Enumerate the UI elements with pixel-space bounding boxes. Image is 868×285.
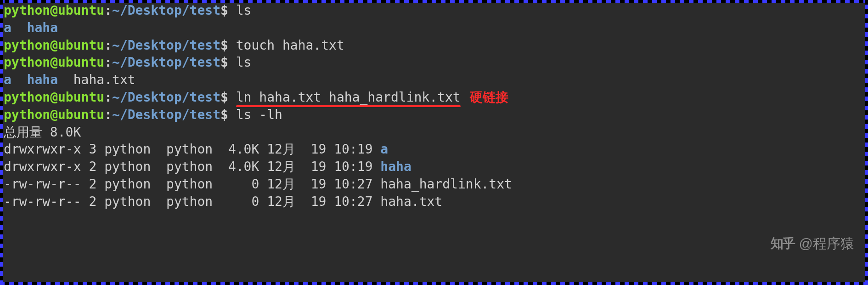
prompt-at: @ bbox=[50, 3, 58, 18]
links: 2 bbox=[89, 177, 96, 192]
size: 0 bbox=[228, 177, 259, 192]
owner: python bbox=[104, 142, 151, 157]
size: 4.0K bbox=[228, 142, 259, 157]
date: 12月 19 10:19 bbox=[267, 159, 372, 174]
entry-name: haha bbox=[380, 159, 411, 174]
dir-name: haha bbox=[27, 20, 58, 35]
annotation-underline bbox=[236, 105, 461, 107]
terminal-line: python@ubuntu:~/Desktop/test$ touch haha… bbox=[4, 37, 864, 54]
zhihu-logo-icon: 知乎 bbox=[771, 235, 795, 252]
dir-name: a bbox=[4, 72, 11, 87]
links: 3 bbox=[89, 142, 96, 157]
annotation-label: 硬链接 bbox=[470, 90, 508, 104]
annotated-command: ln haha.txt haha_hardlink.txt bbox=[236, 89, 461, 106]
group: python bbox=[166, 194, 213, 209]
terminal-line: a haha haha.txt bbox=[4, 71, 864, 89]
ls-row: -rw-rw-r-- 2 python python 0 12月 19 10:2… bbox=[4, 193, 864, 211]
command-text: ls bbox=[236, 55, 252, 70]
entry-name: a bbox=[380, 142, 388, 157]
owner: python bbox=[104, 177, 151, 192]
links: 2 bbox=[89, 194, 96, 209]
prompt-symbol: $ bbox=[220, 3, 228, 18]
entry-name: haha.txt bbox=[380, 194, 442, 209]
command-text: ls -lh bbox=[236, 107, 282, 122]
group: python bbox=[166, 159, 213, 174]
perm: drwxrwxr-x bbox=[4, 142, 81, 157]
terminal-line: python@ubuntu:~/Desktop/test$ ln haha.tx… bbox=[4, 89, 864, 106]
terminal-line: a haha bbox=[4, 19, 864, 37]
date: 12月 19 10:27 bbox=[267, 177, 372, 192]
terminal-line: python@ubuntu:~/Desktop/test$ ls -lh bbox=[4, 106, 864, 124]
size: 4.0K bbox=[228, 159, 259, 174]
file-name: haha.txt bbox=[73, 72, 135, 87]
prompt-host: ubuntu bbox=[58, 3, 104, 18]
ls-row: -rw-rw-r-- 2 python python 0 12月 19 10:2… bbox=[4, 176, 864, 193]
prompt-path: ~/Desktop/test bbox=[112, 3, 220, 18]
command-text: touch haha.txt bbox=[236, 38, 344, 53]
perm: -rw-rw-r-- bbox=[4, 177, 81, 192]
owner: python bbox=[104, 159, 151, 174]
date: 12月 19 10:27 bbox=[267, 194, 372, 209]
perm: -rw-rw-r-- bbox=[4, 194, 81, 209]
terminal-line: python@ubuntu:~/Desktop/test$ ls bbox=[4, 2, 864, 19]
owner: python bbox=[104, 194, 151, 209]
dir-name: a bbox=[4, 20, 11, 35]
group: python bbox=[166, 177, 213, 192]
ls-row: drwxrwxr-x 2 python python 4.0K 12月 19 1… bbox=[4, 158, 864, 176]
terminal-line: 总用量 8.0K bbox=[4, 124, 864, 141]
terminal-window[interactable]: python@ubuntu:~/Desktop/test$ ls a haha … bbox=[0, 0, 868, 212]
date: 12月 19 10:19 bbox=[267, 142, 372, 157]
links: 2 bbox=[89, 159, 96, 174]
watermark-text: @程序猿 bbox=[799, 234, 854, 253]
size: 0 bbox=[228, 194, 259, 209]
command-text: ls bbox=[236, 3, 252, 18]
group: python bbox=[166, 142, 213, 157]
ls-row: drwxrwxr-x 3 python python 4.0K 12月 19 1… bbox=[4, 141, 864, 158]
dir-name: haha bbox=[27, 72, 58, 87]
command-text: ln haha.txt haha_hardlink.txt bbox=[236, 90, 461, 105]
output-text: 总用量 8.0K bbox=[4, 125, 81, 140]
terminal-line: python@ubuntu:~/Desktop/test$ ls bbox=[4, 54, 864, 71]
perm: drwxrwxr-x bbox=[4, 159, 81, 174]
entry-name: haha_hardlink.txt bbox=[380, 177, 512, 192]
watermark: 知乎 @程序猿 bbox=[771, 234, 854, 253]
prompt-colon: : bbox=[104, 3, 112, 18]
prompt-user: python bbox=[4, 3, 50, 18]
